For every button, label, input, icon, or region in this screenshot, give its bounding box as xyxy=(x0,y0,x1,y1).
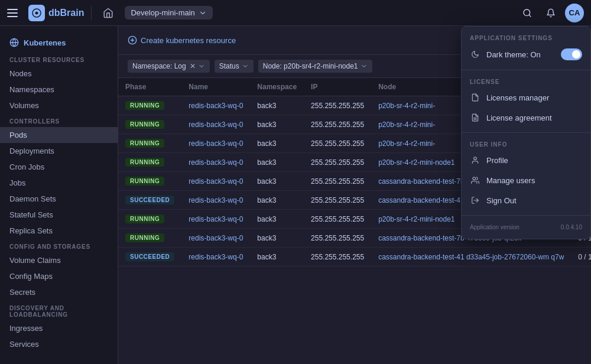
discovery-title: DISCOVERY AND LOADBALANCING xyxy=(0,300,118,320)
sign-out-item[interactable]: Sign Out xyxy=(462,190,590,210)
notifications-button[interactable] xyxy=(541,4,560,22)
cell-namespace: back3 xyxy=(250,96,304,115)
license-agreement-label: License agreement xyxy=(486,113,552,122)
sidebar-item-volume-claims[interactable]: Volume Claims xyxy=(0,252,118,268)
cell-ip: 255.255.255.255 xyxy=(304,229,371,248)
sidebar-item-nodes[interactable]: Nodes xyxy=(0,66,118,82)
version-row: Application version 0.0.4.10 xyxy=(462,220,590,234)
pod-name-link[interactable]: redis-back3-wq-0 xyxy=(189,215,243,223)
cell-phase: RUNNING xyxy=(118,210,181,229)
profile-item[interactable]: Profile xyxy=(462,150,590,170)
deployments-label: Deployments xyxy=(9,147,54,155)
cell-namespace: back3 xyxy=(250,153,304,172)
node-link[interactable]: p20b-sr-4-r2-mini- xyxy=(378,139,435,148)
home-button[interactable] xyxy=(99,4,118,22)
cell-phase: RUNNING xyxy=(118,153,181,172)
pod-name-link[interactable]: redis-back3-wq-0 xyxy=(189,234,243,242)
menu-icon[interactable] xyxy=(7,6,21,20)
cell-name: redis-back3-wq-0 xyxy=(181,115,250,134)
cluster-selector[interactable]: Develop-mini-main xyxy=(125,6,212,20)
app-name: dbBrain xyxy=(48,8,84,18)
dark-theme-toggle[interactable] xyxy=(561,48,582,60)
app-logo: dbBrain xyxy=(28,5,84,21)
pod-name-link[interactable]: redis-back3-wq-0 xyxy=(189,139,243,148)
sidebar-item-daemon-sets[interactable]: Daemon Sets xyxy=(0,191,118,207)
users-icon xyxy=(470,175,480,186)
licenses-manager-item[interactable]: Licenses manager xyxy=(462,87,590,108)
node-filter[interactable]: Node: p20b-sr4-r2-mini-node1 xyxy=(258,60,372,73)
volumes-label: Volumes xyxy=(9,101,39,110)
cell-ip: 255.255.255.255 xyxy=(304,248,371,266)
sidebar-item-ingresses[interactable]: Ingresses xyxy=(0,320,118,336)
cell-ip: 255.255.255.255 xyxy=(304,134,371,153)
sidebar-item-services[interactable]: Services xyxy=(0,336,118,352)
sidebar-item-cron-jobs[interactable]: Cron Jobs xyxy=(0,159,118,175)
node-link[interactable]: p20b-sr-4-r2-mini- xyxy=(378,102,435,110)
col-phase: Phase xyxy=(118,78,181,96)
manage-users-item[interactable]: Manage users xyxy=(462,170,590,190)
cell-ready: 0 / 1 xyxy=(571,248,591,266)
node-link[interactable]: cassandra-backend-test-41 d33a45-job-276… xyxy=(378,253,564,261)
table-row[interactable]: SUCCEEDED redis-back3-wq-0 back3 255.255… xyxy=(118,248,591,266)
col-name: Name xyxy=(181,78,250,96)
secrets-label: Secrets xyxy=(9,288,35,297)
status-badge: RUNNING xyxy=(125,233,164,242)
pod-name-link[interactable]: redis-back3-wq-0 xyxy=(189,196,243,204)
sidebar-kubertenes[interactable]: Kubertenes xyxy=(0,33,118,52)
config-title: CONFIG AND STORAGES xyxy=(0,239,118,252)
cell-name: redis-back3-wq-0 xyxy=(181,172,250,191)
status-badge: SUCCEEDED xyxy=(125,252,174,261)
sidebar-item-jobs[interactable]: Jobs xyxy=(0,175,118,191)
cell-ip: 255.255.255.255 xyxy=(304,191,371,210)
cell-ip: 255.255.255.255 xyxy=(304,115,371,134)
svg-point-12 xyxy=(473,177,476,180)
sidebar-item-replica-sets[interactable]: Replica Sets xyxy=(0,223,118,239)
namespace-filter-close[interactable]: ✕ xyxy=(190,62,196,70)
sidebar-item-deployments[interactable]: Deployments xyxy=(0,143,118,159)
sidebar-item-stateful-sets[interactable]: Stateful Sets xyxy=(0,207,118,223)
cell-phase: SUCCEEDED xyxy=(118,248,181,266)
cell-namespace: back3 xyxy=(250,248,304,266)
pod-name-link[interactable]: redis-back3-wq-0 xyxy=(189,121,243,129)
cell-phase: RUNNING xyxy=(118,229,181,248)
node-link[interactable]: p20b-sr-4-r2-mini-node1 xyxy=(378,215,454,223)
cell-ip: 255.255.255.255 xyxy=(304,210,371,229)
pod-name-link[interactable]: redis-back3-wq-0 xyxy=(189,177,243,186)
jobs-label: Jobs xyxy=(9,178,25,187)
node-filter-label: Node: p20b-sr4-r2-mini-node1 xyxy=(263,62,358,70)
cell-namespace: back3 xyxy=(250,134,304,153)
sidebar-item-namespaces[interactable]: Namespaces xyxy=(0,82,118,98)
ingresses-label: Ingresses xyxy=(9,324,43,333)
avatar[interactable]: CA xyxy=(565,4,584,22)
licenses-manager-label: Licenses manager xyxy=(486,93,549,102)
controllers-title: CONTROLLERS xyxy=(0,113,118,127)
namespace-filter[interactable]: Namespace: Log ✕ xyxy=(128,60,210,73)
file-icon xyxy=(470,92,480,103)
license-agreement-item[interactable]: License agreement xyxy=(462,108,590,128)
cell-name: redis-back3-wq-0 xyxy=(181,248,250,266)
create-resource-button[interactable]: Create kubernetes resource xyxy=(128,35,236,45)
status-filter[interactable]: Status xyxy=(215,60,254,73)
sidebar-item-pods[interactable]: Pods xyxy=(0,127,118,143)
cell-namespace: back3 xyxy=(250,191,304,210)
pod-name-link[interactable]: redis-back3-wq-0 xyxy=(189,102,243,110)
sidebar-item-volumes[interactable]: Volumes xyxy=(0,98,118,113)
cell-ip: 255.255.255.255 xyxy=(304,96,371,115)
svg-point-11 xyxy=(474,157,477,160)
cell-ip: 255.255.255.255 xyxy=(304,153,371,172)
user-icon xyxy=(470,155,480,165)
node-link[interactable]: p20b-sr-4-r2-mini- xyxy=(378,121,435,129)
search-button[interactable] xyxy=(518,4,537,22)
pod-name-link[interactable]: redis-back3-wq-0 xyxy=(189,253,243,261)
cell-namespace: back3 xyxy=(250,115,304,134)
sidebar-item-secrets[interactable]: Secrets xyxy=(0,284,118,300)
logo-icon xyxy=(28,5,45,21)
app-settings-dropdown: Application settings Dark theme: On Lice… xyxy=(461,26,591,239)
pods-label: Pods xyxy=(9,131,27,139)
pod-name-link[interactable]: redis-back3-wq-0 xyxy=(189,158,243,167)
sidebar-item-config-maps[interactable]: Config Maps xyxy=(0,268,118,284)
cell-ip: 255.255.255.255 xyxy=(304,172,371,191)
app-settings-label: Application settings xyxy=(462,31,590,44)
user-info-label: User info xyxy=(462,138,590,150)
node-link[interactable]: p20b-sr-4-r2-mini-node1 xyxy=(378,158,454,167)
